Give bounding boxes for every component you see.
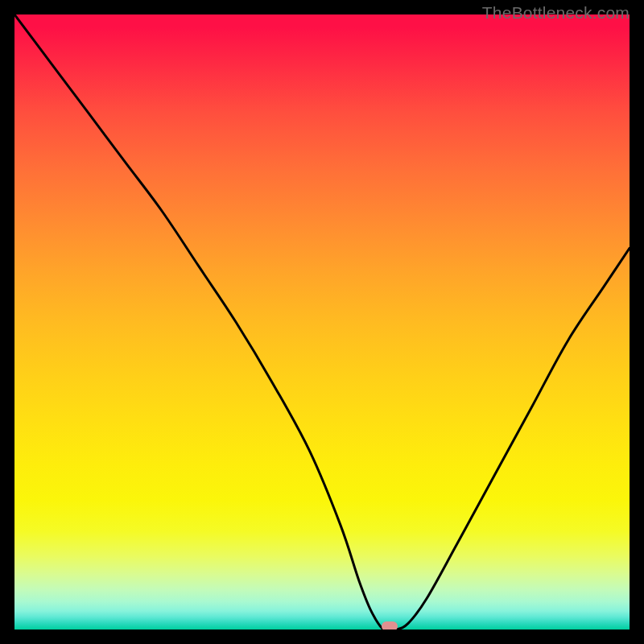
- bottleneck-curve: [14, 14, 630, 630]
- chart-frame: TheBottleneck.com: [0, 0, 644, 644]
- plot-area: [14, 14, 630, 630]
- optimal-point-marker: [382, 621, 398, 630]
- watermark-text: TheBottleneck.com: [482, 3, 630, 23]
